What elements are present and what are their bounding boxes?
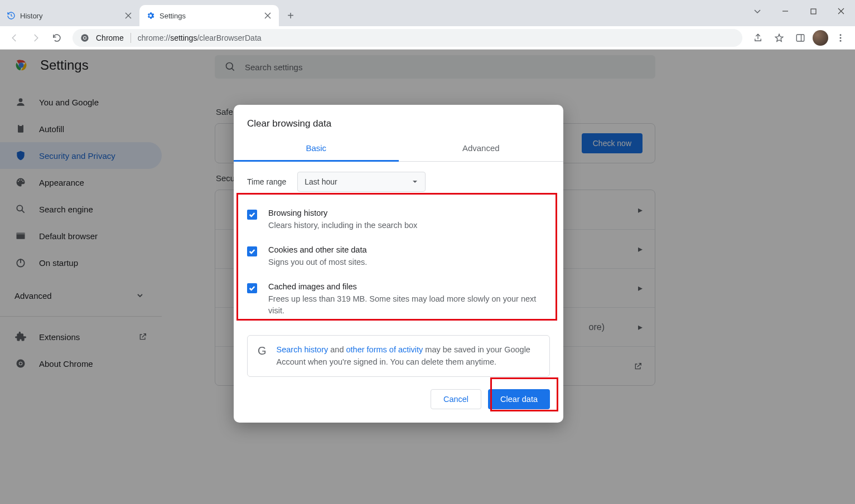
checkbox-title: Browsing history bbox=[268, 209, 417, 217]
checkbox-checked-icon[interactable] bbox=[247, 246, 257, 256]
checkbox-title: Cookies and other site data bbox=[268, 245, 367, 254]
clear-data-button[interactable]: Clear data bbox=[488, 389, 550, 409]
time-range-value: Last hour bbox=[305, 177, 337, 186]
svg-point-7 bbox=[840, 37, 842, 38]
new-tab-button[interactable]: + bbox=[282, 7, 299, 24]
maximize-icon[interactable] bbox=[799, 0, 827, 22]
checkbox-row-cookies[interactable]: Cookies and other site data Signs you ou… bbox=[247, 240, 550, 277]
svg-rect-4 bbox=[796, 35, 804, 41]
time-range-label: Time range bbox=[247, 177, 286, 186]
checkbox-checked-icon[interactable] bbox=[247, 210, 257, 220]
cancel-button[interactable]: Cancel bbox=[431, 389, 481, 409]
browser-toolbar: Chrome chrome://settings/clearBrowserDat… bbox=[0, 26, 855, 50]
checkbox-desc: Signs you out of most sites. bbox=[268, 256, 367, 269]
clear-browsing-data-dialog: Clear browsing data Basic Advanced Time … bbox=[234, 105, 563, 423]
link-search-history[interactable]: Search history bbox=[277, 345, 329, 354]
dialog-title: Clear browsing data bbox=[234, 105, 563, 135]
omnibox-url: chrome://settings/clearBrowserData bbox=[138, 33, 262, 42]
svg-point-3 bbox=[84, 37, 86, 39]
share-icon[interactable] bbox=[749, 29, 767, 47]
checkbox-desc: Clears history, including in the search … bbox=[268, 220, 417, 232]
tab-title: Settings bbox=[160, 12, 259, 20]
browser-tab-history[interactable]: History bbox=[0, 5, 139, 26]
close-window-icon[interactable] bbox=[827, 0, 855, 22]
omnibox-product: Chrome bbox=[96, 33, 124, 42]
checkbox-row-cache[interactable]: Cached images and files Frees up less th… bbox=[247, 277, 550, 326]
chevron-down-icon[interactable] bbox=[743, 0, 771, 22]
checkbox-title: Cached images and files bbox=[268, 282, 550, 291]
dropdown-arrow-icon bbox=[412, 178, 418, 185]
forward-button[interactable] bbox=[27, 29, 45, 47]
gear-icon bbox=[146, 11, 155, 20]
checkbox-checked-icon[interactable] bbox=[247, 283, 257, 293]
side-panel-icon[interactable] bbox=[791, 29, 809, 47]
avatar[interactable] bbox=[813, 30, 828, 46]
chrome-page-icon bbox=[80, 33, 89, 42]
svg-rect-0 bbox=[811, 9, 816, 14]
kebab-menu-icon[interactable] bbox=[832, 29, 849, 47]
window-controls bbox=[743, 0, 855, 22]
minimize-icon[interactable] bbox=[771, 0, 799, 22]
tab-strip: History Settings + bbox=[0, 0, 855, 26]
checkbox-desc: Frees up less than 319 MB. Some sites ma… bbox=[268, 293, 550, 318]
history-icon bbox=[7, 11, 16, 20]
close-icon[interactable] bbox=[263, 11, 272, 20]
back-button[interactable] bbox=[6, 29, 23, 47]
bookmark-icon[interactable] bbox=[770, 29, 788, 47]
close-icon[interactable] bbox=[124, 11, 133, 20]
tab-advanced[interactable]: Advanced bbox=[399, 135, 564, 161]
checkbox-row-browsing-history[interactable]: Browsing history Clears history, includi… bbox=[247, 203, 550, 240]
tab-basic[interactable]: Basic bbox=[234, 135, 399, 161]
link-other-activity[interactable]: other forms of activity bbox=[346, 345, 423, 354]
svg-point-6 bbox=[840, 34, 842, 36]
time-range-select[interactable]: Last hour bbox=[297, 172, 426, 192]
google-account-notice: G Search history and other forms of acti… bbox=[247, 335, 550, 377]
notice-text: Search history and other forms of activi… bbox=[277, 343, 539, 369]
divider bbox=[131, 33, 131, 43]
browser-tab-settings[interactable]: Settings bbox=[139, 5, 279, 26]
tab-title: History bbox=[20, 12, 119, 20]
dialog-tabs: Basic Advanced bbox=[234, 135, 563, 162]
google-g-icon: G bbox=[258, 345, 267, 369]
reload-button[interactable] bbox=[48, 29, 66, 47]
omnibox[interactable]: Chrome chrome://settings/clearBrowserDat… bbox=[73, 29, 742, 47]
svg-point-8 bbox=[840, 40, 842, 41]
